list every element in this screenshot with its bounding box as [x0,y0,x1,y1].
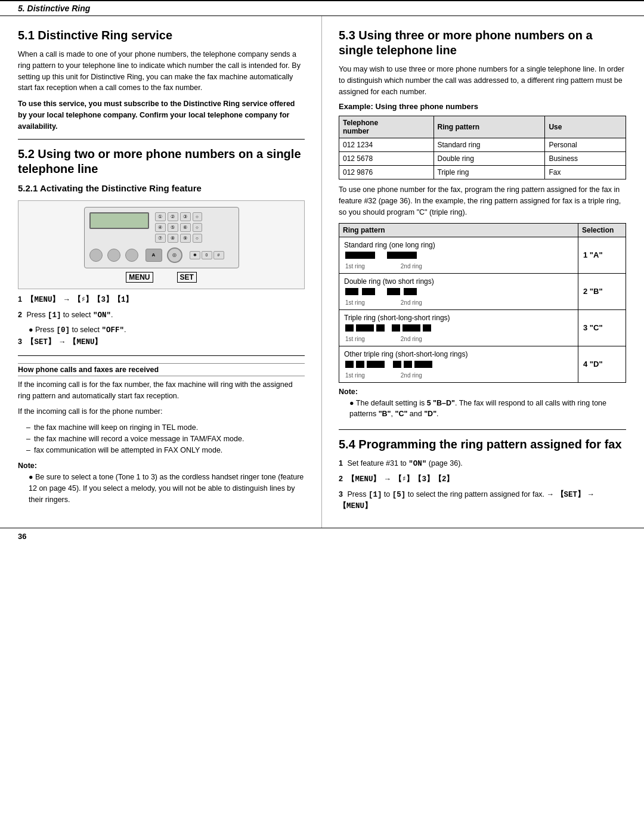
svg-rect-1 [387,252,417,259]
svg-rect-11 [423,324,431,332]
ring-row-4: Other triple ring (short-short-long ring… [339,346,626,382]
step54-1: 1 Set feature #31 to "ON" (page 36). [339,458,626,470]
body-how: If the incoming call is for the fax numb… [18,379,305,402]
table-row: 012 9876 Triple ring Fax [339,166,626,179]
ring-wave-4 [344,358,451,370]
dash-3: fax communication will be attempted in F… [26,445,305,456]
ring-pattern-name-2: Double ring (two short rings) [344,277,573,286]
page-header: 5. Distinctive Ring [0,0,644,16]
ring-row-1: Standard ring (one long ring) 1st ring 2… [339,237,626,273]
device-screen [89,212,149,229]
step-2: 2 Press [1] to select "ON". [18,309,305,321]
device-numpad: ① ② ③ ○ ④ ⑤ ⑥ ○ ⑦ ⑧ ⑨ ○ [155,212,202,243]
note-section: Note: Be sure to select a tone (Tone 1 t… [18,462,305,505]
ring-pattern-name-1: Standard ring (one long ring) [344,241,573,249]
ring-wave-3 [344,322,451,334]
ring-pattern-name-3: Triple ring (short-long-short rings) [344,314,573,322]
left-column: 5.1 Distinctive Ring service When a call… [0,16,322,528]
device-body: ① ② ③ ○ ④ ⑤ ⑥ ○ ⑦ ⑧ ⑨ ○ [84,207,239,268]
device-image: ① ② ③ ○ ④ ⑤ ⑥ ○ ⑦ ⑧ ⑨ ○ [18,200,305,289]
svg-rect-17 [414,361,432,368]
table-row: 012 1234 Standard ring Personal [339,138,626,152]
section52-heading: 5.2 Using two or more phone numbers on a… [18,147,305,176]
body-phone: If the incoming call is for the phone nu… [18,406,305,417]
dash-1: the fax machine will keep on ringing in … [26,422,305,433]
menu-label: MENU [126,272,153,283]
header-label: 5. Distinctive Ring [18,4,90,13]
svg-rect-7 [356,324,374,332]
col-use: Use [545,116,626,138]
note-body-right: The default setting is 5 "B–D". The fax … [349,398,626,420]
svg-rect-10 [402,324,420,332]
section54-heading: 5.4 Programming the ring pattern assigne… [339,437,626,452]
note-title-left: Note: [18,462,305,470]
ring-wave-2 [344,286,451,298]
step-2-sub: Press [0] to select "OFF". [29,324,305,336]
phone-table: Telephonenumber Ring pattern Use 012 123… [339,116,626,179]
divider-53-54 [339,429,626,430]
table-row: 012 5678 Double ring Business [339,152,626,166]
divider-51-52 [18,139,305,140]
svg-rect-14 [367,361,385,368]
step54-3: 3 Press [1] to [5] to select the ring pa… [339,489,626,513]
ring-pattern-name-4: Other triple ring (short-short-long ring… [344,350,573,358]
svg-rect-15 [393,361,401,368]
ring-pattern-table: Ring pattern Selection Standard ring (on… [339,223,626,383]
section51-body: When a call is made to one of your phone… [18,49,305,94]
svg-rect-6 [345,324,354,332]
svg-rect-13 [356,361,364,368]
ring-row-3: Triple ring (short-long-short rings) [339,309,626,346]
svg-rect-3 [362,288,375,295]
svg-rect-16 [404,361,412,368]
main-content: 5.1 Distinctive Ring service When a call… [0,16,644,528]
svg-rect-0 [345,252,375,259]
note-title-right: Note: [339,388,626,396]
how-calls-heading: How phone calls and faxes are received [18,363,305,376]
note-body-left: Be sure to select a tone (Tone 1 to 3) a… [29,472,305,505]
col-ring-pattern: Ring pattern [434,116,545,138]
section53-body: You may wish to use three or more phone … [339,64,626,97]
svg-rect-9 [392,324,400,332]
dash-2: the fax machine will record a voice mess… [26,433,305,445]
col-selection-hdr: Selection [578,223,626,237]
page-number: 36 [18,532,26,541]
svg-rect-2 [345,288,358,295]
svg-rect-5 [404,288,417,295]
step-3: 3 【SET】 → 【MENU】 [18,336,305,348]
section53-body2: To use one phone number for the fax, pro… [339,184,626,218]
ring-row-2: Double ring (two short rings) 1st ring 2… [339,273,626,309]
col-ring-pattern-hdr: Ring pattern [339,223,578,237]
page: 5. Distinctive Ring 5.1 Distinctive Ring… [0,0,644,833]
step54-2: 2 【MENU】 → 【♯】【3】【2】 [339,473,626,485]
ring-wave-1 [344,249,451,261]
section51-heading: 5.1 Distinctive Ring service [18,28,305,43]
col-telephone: Telephonenumber [339,116,434,138]
svg-rect-4 [387,288,400,295]
device-top: ① ② ③ ○ ④ ⑤ ⑥ ○ ⑦ ⑧ ⑨ ○ [84,207,239,268]
example-label: Example: Using three phone numbers [339,102,626,111]
menu-set-labels: MENU SET [126,272,197,283]
section51-bold-note: To use this service, you must subscribe … [18,98,305,132]
set-label: SET [177,272,197,283]
step-1: 1 【MENU】 → 【♯】【3】【1】 [18,294,305,306]
svg-rect-12 [345,361,354,368]
section53-heading: 5.3 Using three or more phone numbers on… [339,28,626,58]
note-section-right: Note: The default setting is 5 "B–D". Th… [339,388,626,420]
svg-rect-8 [376,324,385,332]
page-footer: 36 [0,528,644,544]
section521-heading: 5.2.1 Activating the Distinctive Ring fe… [18,182,305,194]
right-column: 5.3 Using three or more phone numbers on… [322,16,644,528]
divider-steps-how [18,355,305,356]
